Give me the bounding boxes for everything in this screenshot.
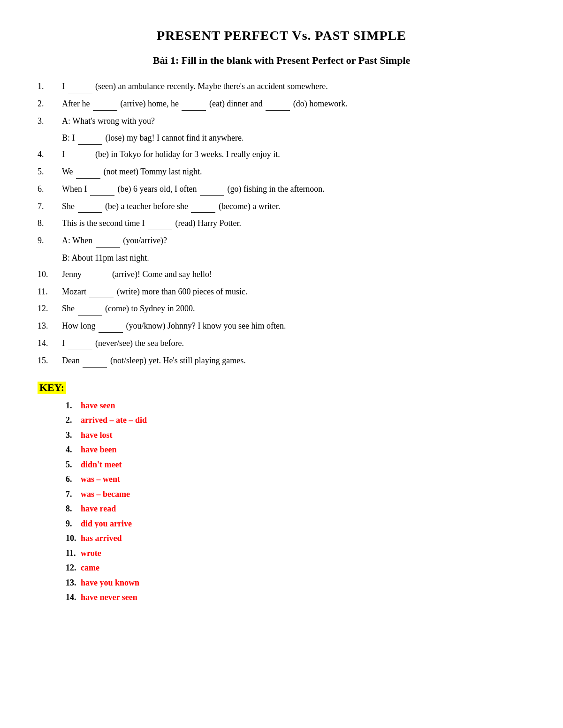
- key-answer-6: 6.was – went: [66, 472, 525, 487]
- blank-4: [68, 161, 92, 161]
- ex-text-3b: B: I (lose) my bag! I cannot find it any…: [62, 131, 525, 145]
- ex-num-9: 9.: [38, 234, 62, 248]
- exercise-13: 13. How long (you/know) Johnny? I know y…: [38, 319, 525, 333]
- ex-text-8: This is the second time I (read) Harry P…: [62, 217, 525, 230]
- key-answer-3: 3.have lost: [66, 428, 525, 443]
- ex-text-4: I (be) in Tokyo for holiday for 3 weeks.…: [62, 148, 525, 161]
- blank-8: [148, 230, 172, 230]
- key-answer-9: 9.did you arrive: [66, 517, 525, 532]
- key-answer-11: 11.wrote: [66, 546, 525, 561]
- key-answer-4: 4.have been: [66, 443, 525, 458]
- exercise-9b: B: About 11pm last night.: [38, 251, 525, 265]
- exercise-6: 6. When I (be) 6 years old, I often (go)…: [38, 182, 525, 196]
- ex-text-14: I (never/see) the sea before.: [62, 337, 525, 350]
- blank-7b: [191, 212, 215, 213]
- ex-num-1: 1.: [38, 80, 62, 93]
- ex-num-4: 4.: [38, 148, 62, 161]
- blank-2b: [182, 110, 206, 111]
- ex-num-7: 7.: [38, 200, 62, 213]
- ex-text-9a: A: When (you/arrive)?: [62, 234, 525, 248]
- ex-text-13: How long (you/know) Johnny? I know you s…: [62, 319, 525, 333]
- exercise-8: 8. This is the second time I (read) Harr…: [38, 217, 525, 230]
- blank-2a: [93, 110, 117, 111]
- ex-num-11: 11.: [38, 285, 62, 299]
- blank-6a: [90, 195, 114, 196]
- exercise-11: 11. Mozart (write) more than 600 pieces …: [38, 285, 525, 299]
- ex-text-2: After he (arrive) home, he (eat) dinner …: [62, 97, 525, 111]
- exercise-12: 12. She (come) to Sydney in 2000.: [38, 302, 525, 315]
- key-answer-8: 8.have read: [66, 502, 525, 517]
- ex-num-10: 10.: [38, 268, 62, 281]
- ex-num-6: 6.: [38, 182, 62, 196]
- key-answer-12: 12.came: [66, 561, 525, 576]
- blank-5: [76, 178, 100, 179]
- ex-num-15: 15.: [38, 354, 62, 368]
- blank-14: [68, 350, 92, 350]
- ex-text-1: I (seen) an ambulance recently. Maybe th…: [62, 80, 525, 93]
- ex-text-10: Jenny (arrive)! Come and say hello!: [62, 268, 525, 281]
- blank-11: [89, 298, 114, 298]
- exercises-section: 1. I (seen) an ambulance recently. Maybe…: [38, 80, 525, 368]
- ex-text-6: When I (be) 6 years old, I often (go) fi…: [62, 182, 525, 196]
- ex-num-13: 13.: [38, 319, 62, 333]
- key-section: KEY: 1.have seen2.arrived – ate – did3.h…: [38, 382, 525, 605]
- key-answer-5: 5.didn't meet: [66, 458, 525, 473]
- exercise-2: 2. After he (arrive) home, he (eat) dinn…: [38, 97, 525, 111]
- blank-6b: [200, 195, 224, 196]
- page-title: PRESENT PERFECT Vs. PAST SIMPLE: [38, 28, 525, 43]
- blank-15: [83, 367, 107, 368]
- exercise-7: 7. She (be) a teacher before she (become…: [38, 200, 525, 213]
- ex-text-7: She (be) a teacher before she (become) a…: [62, 200, 525, 213]
- key-label: KEY:: [38, 382, 66, 394]
- exercise-9a: 9. A: When (you/arrive)?: [38, 234, 525, 248]
- blank-7a: [78, 212, 102, 213]
- blank-12: [78, 315, 102, 315]
- ex-num-14: 14.: [38, 337, 62, 350]
- key-answer-14: 14.have never seen: [66, 590, 525, 605]
- blank-1: [68, 93, 92, 93]
- key-answer-13: 13.have you known: [66, 576, 525, 591]
- blank-3: [78, 144, 102, 145]
- exercise-14: 14. I (never/see) the sea before.: [38, 337, 525, 350]
- ex-text-5: We (not meet) Tommy last night.: [62, 165, 525, 179]
- ex-text-12: She (come) to Sydney in 2000.: [62, 302, 525, 315]
- key-answer-2: 2.arrived – ate – did: [66, 413, 525, 428]
- blank-10: [85, 281, 109, 281]
- section-title: Bài 1: Fill in the blank with Present Pe…: [38, 54, 525, 67]
- ex-num-3: 3.: [38, 114, 62, 128]
- ex-num-5: 5.: [38, 165, 62, 179]
- blank-9: [96, 247, 120, 248]
- key-answer-7: 7.was – became: [66, 487, 525, 502]
- key-list: 1.have seen2.arrived – ate – did3.have l…: [66, 398, 525, 605]
- ex-text-3a: A: What's wrong with you?: [62, 114, 525, 128]
- exercise-15: 15. Dean (not/sleep) yet. He's still pla…: [38, 354, 525, 368]
- exercise-3b: B: I (lose) my bag! I cannot find it any…: [38, 131, 525, 145]
- blank-13: [99, 332, 123, 333]
- exercise-5: 5. We (not meet) Tommy last night.: [38, 165, 525, 179]
- ex-num-2: 2.: [38, 97, 62, 111]
- ex-text-11: Mozart (write) more than 600 pieces of m…: [62, 285, 525, 299]
- exercise-10: 10. Jenny (arrive)! Come and say hello!: [38, 268, 525, 281]
- ex-num-8: 8.: [38, 217, 62, 230]
- blank-2c: [266, 110, 290, 111]
- exercise-1: 1. I (seen) an ambulance recently. Maybe…: [38, 80, 525, 93]
- key-answer-1: 1.have seen: [66, 398, 525, 413]
- ex-text-15: Dean (not/sleep) yet. He's still playing…: [62, 354, 525, 368]
- ex-text-9b: B: About 11pm last night.: [62, 251, 525, 265]
- exercise-3a: 3. A: What's wrong with you?: [38, 114, 525, 128]
- exercise-4: 4. I (be) in Tokyo for holiday for 3 wee…: [38, 148, 525, 161]
- key-answer-10: 10.has arrived: [66, 531, 525, 546]
- ex-num-12: 12.: [38, 302, 62, 315]
